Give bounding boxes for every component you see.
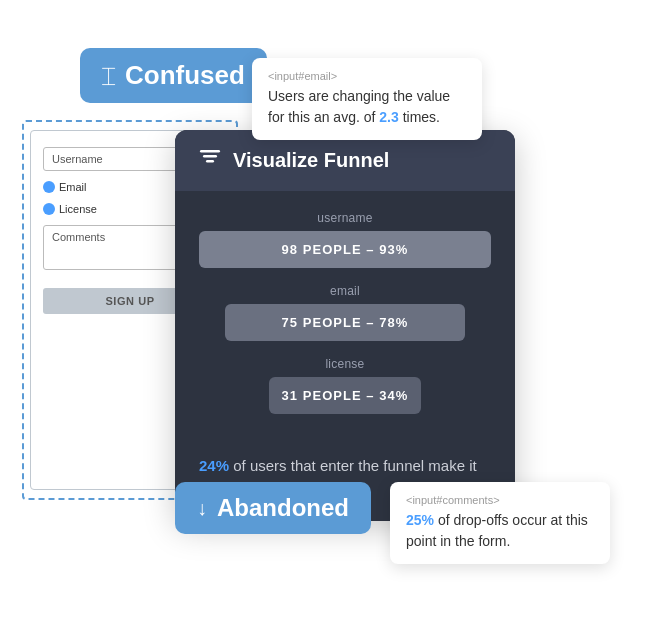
funnel-label-license: license bbox=[199, 357, 491, 371]
funnel-step-email: email 75 PEOPLE – 78% bbox=[199, 284, 491, 341]
abandoned-tooltip-tag: <input#comments> bbox=[406, 494, 594, 506]
funnel-bar-license: 31 PEOPLE – 34% bbox=[269, 377, 421, 414]
funnel-footer-highlight: 24% bbox=[199, 457, 229, 474]
email-label: Email bbox=[59, 181, 87, 193]
funnel-bar-email: 75 PEOPLE – 78% bbox=[225, 304, 464, 341]
funnel-title: Visualize Funnel bbox=[233, 149, 389, 172]
abandoned-badge: ↓ Abandoned bbox=[175, 482, 371, 534]
funnel-step-license: license 31 PEOPLE – 34% bbox=[199, 357, 491, 414]
funnel-bar-username: 98 PEOPLE – 93% bbox=[199, 231, 491, 268]
confused-tooltip-text: Users are changing the value for this an… bbox=[268, 86, 466, 128]
confused-tooltip: <input#email> Users are changing the val… bbox=[252, 58, 482, 140]
abandoned-tooltip-text: 25% of drop-offs occur at this point in … bbox=[406, 510, 594, 552]
svg-rect-2 bbox=[206, 160, 214, 163]
confused-tooltip-tag: <input#email> bbox=[268, 70, 466, 82]
confused-tooltip-after: times. bbox=[399, 109, 440, 125]
funnel-label-username: username bbox=[199, 211, 491, 225]
funnel-panel: Visualize Funnel username 98 PEOPLE – 93… bbox=[175, 130, 515, 521]
email-dot bbox=[43, 181, 55, 193]
confused-label: Confused bbox=[125, 60, 245, 91]
abandoned-tooltip-after: of drop-offs occur at this point in the … bbox=[406, 512, 588, 549]
license-dot bbox=[43, 203, 55, 215]
confused-tooltip-highlight: 2.3 bbox=[379, 109, 398, 125]
confused-icon: ⌶ bbox=[102, 63, 115, 89]
confused-badge: ⌶ Confused bbox=[80, 48, 267, 103]
funnel-icon bbox=[199, 148, 221, 173]
abandoned-tooltip-highlight: 25% bbox=[406, 512, 434, 528]
svg-rect-0 bbox=[200, 150, 220, 153]
funnel-label-email: email bbox=[199, 284, 491, 298]
funnel-body: username 98 PEOPLE – 93% email 75 PEOPLE… bbox=[175, 191, 515, 454]
abandoned-icon: ↓ bbox=[197, 497, 207, 520]
abandoned-label: Abandoned bbox=[217, 494, 349, 522]
funnel-step-username: username 98 PEOPLE – 93% bbox=[199, 211, 491, 268]
license-label: License bbox=[59, 203, 97, 215]
abandoned-tooltip: <input#comments> 25% of drop-offs occur … bbox=[390, 482, 610, 564]
svg-rect-1 bbox=[203, 155, 217, 158]
